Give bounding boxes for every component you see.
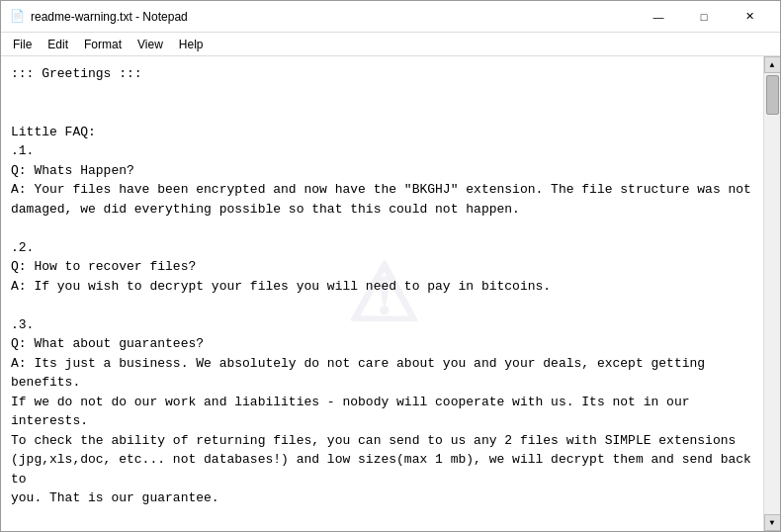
text-area[interactable]: ⚠ ::: Greetings ::: Little FAQ: .1. Q: W… xyxy=(1,56,763,531)
scroll-track[interactable] xyxy=(764,73,780,514)
menu-edit[interactable]: Edit xyxy=(40,36,76,53)
menu-help[interactable]: Help xyxy=(171,36,212,53)
window-controls: — □ ✕ xyxy=(636,2,772,32)
menu-bar: File Edit Format View Help xyxy=(1,33,780,56)
notepad-icon: 📄 xyxy=(9,9,25,25)
close-button[interactable]: ✕ xyxy=(727,2,772,32)
menu-format[interactable]: Format xyxy=(76,36,130,53)
content-area: ⚠ ::: Greetings ::: Little FAQ: .1. Q: W… xyxy=(1,56,780,531)
text-content: ::: Greetings ::: Little FAQ: .1. Q: Wha… xyxy=(11,64,753,531)
scroll-down-button[interactable]: ▼ xyxy=(764,514,781,531)
notepad-window: 📄 readme-warning.txt - Notepad — □ ✕ Fil… xyxy=(0,0,781,532)
menu-file[interactable]: File xyxy=(5,36,40,53)
title-bar-left: 📄 readme-warning.txt - Notepad xyxy=(9,9,188,25)
maximize-button[interactable]: □ xyxy=(681,2,727,32)
menu-view[interactable]: View xyxy=(130,36,171,53)
scroll-up-button[interactable]: ▲ xyxy=(764,56,781,73)
minimize-button[interactable]: — xyxy=(636,2,681,32)
scroll-thumb[interactable] xyxy=(766,75,779,115)
scrollbar: ▲ ▼ xyxy=(763,56,780,531)
title-bar: 📄 readme-warning.txt - Notepad — □ ✕ xyxy=(1,1,780,33)
window-title: readme-warning.txt - Notepad xyxy=(31,10,188,24)
